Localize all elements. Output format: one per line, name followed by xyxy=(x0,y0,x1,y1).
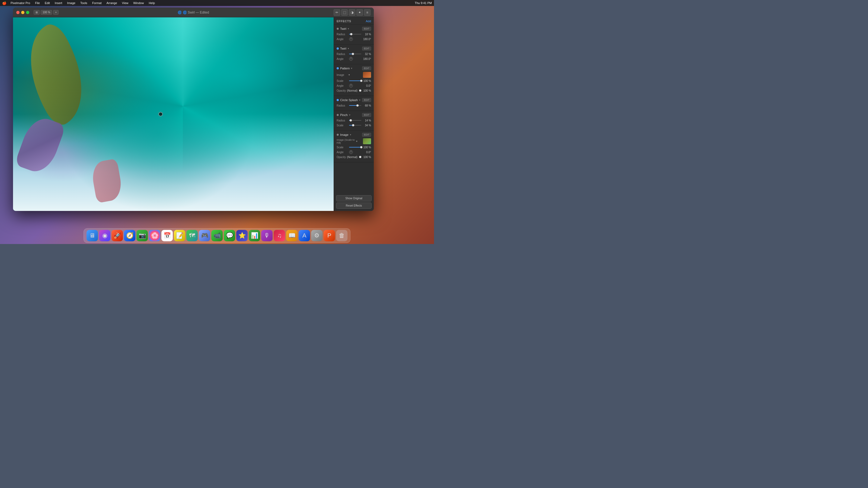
effect-toggle-circle-splash[interactable] xyxy=(337,99,339,101)
scale-slider-pinch[interactable] xyxy=(349,123,361,127)
zoom-plus-btn[interactable]: + xyxy=(53,10,59,14)
dock-item-numbers[interactable]: 📊 xyxy=(249,230,260,241)
edit-button-pattern[interactable]: EDIT xyxy=(362,66,371,70)
radius-label-circle-splash: Radius xyxy=(337,104,347,107)
effect-name-row-twirl2: Twirl ▾ xyxy=(337,47,349,50)
menubar-image[interactable]: Image xyxy=(65,1,77,5)
maximize-button[interactable] xyxy=(26,11,29,14)
effect-expand-twirl2[interactable]: ▾ xyxy=(348,47,349,50)
effect-expand-pattern[interactable]: ▾ xyxy=(351,67,352,70)
canvas-area[interactable] xyxy=(13,18,334,211)
angle-control-twirl1[interactable] xyxy=(349,37,353,41)
dock-item-facetime[interactable]: 📹 xyxy=(211,230,223,241)
dock-item-music[interactable]: ♫ xyxy=(274,230,285,241)
menubar-right: Thu 9:41 PM xyxy=(415,1,432,5)
effect-toggle-pattern[interactable] xyxy=(337,67,339,69)
effect-expand-twirl1[interactable]: ▾ xyxy=(348,27,349,30)
menubar-tools[interactable]: Tools xyxy=(79,1,89,5)
effect-expand-circle-splash[interactable]: ▾ xyxy=(359,99,361,101)
opacity-mode-pattern[interactable]: (Normal) xyxy=(347,89,358,92)
radius-value-pinch: 14 % xyxy=(363,119,371,122)
more-btn[interactable]: ≡ xyxy=(364,9,371,16)
effect-toggle-pinch[interactable] xyxy=(337,114,339,116)
dock-item-gamecontroller[interactable]: 🎮 xyxy=(199,230,210,241)
close-button[interactable] xyxy=(16,11,20,14)
menubar-insert[interactable]: Insert xyxy=(53,1,64,5)
effect-name-pattern: Pattern xyxy=(340,67,350,70)
dock-item-launchpad[interactable]: 🚀 xyxy=(112,230,123,241)
dock-item-notes[interactable]: 📝 xyxy=(174,230,185,241)
image-scaletofill-expand[interactable]: ▾ xyxy=(356,140,358,142)
angle-control-twirl2[interactable] xyxy=(349,57,353,61)
effect-toggle-twirl2[interactable] xyxy=(337,47,339,50)
param-radius-circle-splash: Radius 68 % xyxy=(337,104,371,107)
dock-item-imovie[interactable]: ⭐ xyxy=(236,230,248,241)
dock-item-finder[interactable]: 🖥 xyxy=(87,230,98,241)
dock-item-siri[interactable]: ◉ xyxy=(99,230,111,241)
adjust-tool-btn[interactable]: ◑ xyxy=(349,9,355,16)
menubar-arrange[interactable]: Arrange xyxy=(104,1,119,5)
radius-slider-twirl1[interactable] xyxy=(349,32,361,36)
show-original-button[interactable]: Show Original xyxy=(336,195,372,201)
menubar-format[interactable]: Format xyxy=(90,1,104,5)
effect-toggle-twirl1[interactable] xyxy=(337,28,339,30)
dock-item-trash[interactable]: 🗑 xyxy=(336,230,347,241)
reset-effects-button[interactable]: Reset Effects xyxy=(336,202,372,209)
dock-item-podcasts[interactable]: 🎙 xyxy=(261,230,273,241)
opacity-label-image: Opacity xyxy=(337,156,346,159)
effect-expand-pinch[interactable]: ▾ xyxy=(349,113,350,116)
dock-item-systemprefs[interactable]: ⚙ xyxy=(311,230,322,241)
dock-item-photos[interactable]: 🌸 xyxy=(149,230,160,241)
radius-label-pinch: Radius xyxy=(337,119,347,122)
effect-name-circle-splash: Circle Splash xyxy=(340,98,358,102)
effect-toggle-image[interactable] xyxy=(337,134,339,136)
pattern-image-thumb[interactable] xyxy=(363,72,371,78)
edit-button-image[interactable]: EDIT xyxy=(362,133,371,137)
edit-button-circle-splash[interactable]: EDIT xyxy=(362,98,371,102)
dock-item-maps[interactable]: 🗺 xyxy=(186,230,198,241)
effect-header-twirl1: Twirl ▾ EDIT xyxy=(337,27,371,31)
edit-button-pinch[interactable]: EDIT xyxy=(362,113,371,117)
menubar-file[interactable]: File xyxy=(33,1,42,5)
effects-tool-btn[interactable]: ✦ xyxy=(356,9,363,16)
dock-item-calendar[interactable]: 📅 xyxy=(161,230,173,241)
radius-slider-circle-splash[interactable] xyxy=(349,104,361,107)
scale-slider-pattern[interactable] xyxy=(349,79,361,83)
image-thumb-image-block[interactable] xyxy=(363,138,371,144)
view-toggle-btn[interactable]: ⊞ xyxy=(34,10,40,14)
dock-item-appstore[interactable]: A xyxy=(299,230,310,241)
scale-value-pinch: 34 % xyxy=(363,124,371,127)
effects-panel: EFFECTS Add Twirl ▾ EDIT Radius xyxy=(334,18,374,211)
param-radius-twirl2: Radius 32 % xyxy=(337,52,371,56)
dock-item-importer[interactable]: 📷 xyxy=(136,230,148,241)
menubar-edit[interactable]: Edit xyxy=(43,1,52,5)
crop-tool-btn[interactable]: ⬚ xyxy=(341,9,348,16)
minimize-button[interactable] xyxy=(21,11,24,14)
pen-tool-btn[interactable]: ✏ xyxy=(334,9,340,16)
edit-button-twirl2[interactable]: EDIT xyxy=(362,46,371,51)
effect-name-twirl1: Twirl xyxy=(340,27,346,30)
apple-menu[interactable]: 🍎 xyxy=(2,1,6,5)
dock-item-pixelmator[interactable]: P xyxy=(323,230,335,241)
angle-control-pattern[interactable] xyxy=(349,84,353,88)
param-scale-pattern: Scale 100 % xyxy=(337,79,371,83)
radius-slider-pinch[interactable] xyxy=(349,119,361,122)
opacity-mode-image[interactable]: (Normal) xyxy=(347,156,358,159)
menubar-view[interactable]: View xyxy=(120,1,130,5)
menubar-window[interactable]: Window xyxy=(131,1,146,5)
menubar-app[interactable]: Pixelmator Pro xyxy=(9,1,32,5)
center-dot[interactable] xyxy=(158,112,163,116)
image-scaletofill-label: Image (Scale to Fill) xyxy=(337,138,355,144)
dock-item-safari[interactable]: 🧭 xyxy=(124,230,135,241)
edit-button-twirl1[interactable]: EDIT xyxy=(362,27,371,31)
param-scale-pinch: Scale 34 % xyxy=(337,123,371,127)
image-expand-pattern[interactable]: ▾ xyxy=(348,73,350,76)
effect-expand-image[interactable]: ▾ xyxy=(350,133,351,136)
dock-item-messages[interactable]: 💬 xyxy=(224,230,235,241)
angle-control-image[interactable] xyxy=(349,150,353,154)
scale-slider-image[interactable] xyxy=(349,145,361,149)
radius-slider-twirl2[interactable] xyxy=(349,52,361,56)
dock-item-books[interactable]: 📖 xyxy=(286,230,298,241)
add-effect-button[interactable]: Add xyxy=(366,20,371,23)
menubar-help[interactable]: Help xyxy=(147,1,157,5)
